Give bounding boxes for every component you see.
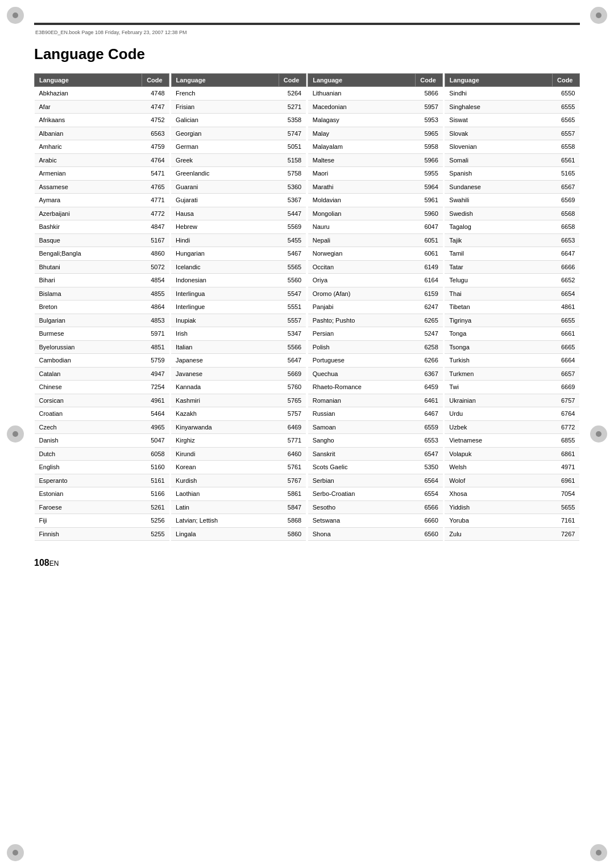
table-row: Shona6560 xyxy=(308,527,443,541)
language-code: 5165 xyxy=(552,167,579,181)
language-name: Afrikaans xyxy=(35,114,142,127)
language-name: Indonesian xyxy=(171,274,279,287)
table-row: Greek5158 xyxy=(171,153,306,167)
language-code: 6655 xyxy=(552,314,579,327)
table-row: Hungarian5467 xyxy=(171,247,306,261)
table-row: Oromo (Afan)6159 xyxy=(308,287,443,301)
table-row: Kurdish5767 xyxy=(171,474,306,487)
page: E3B90ED_EN.book Page 108 Friday, Februar… xyxy=(0,0,614,868)
table-row: Siswat6565 xyxy=(445,114,579,127)
language-code: 6772 xyxy=(552,420,579,434)
language-name: Nauru xyxy=(308,220,416,234)
language-code: 4961 xyxy=(142,394,169,407)
table-row: Esperanto5161 xyxy=(35,474,169,487)
language-name: Persian xyxy=(308,327,416,341)
language-name: Aymara xyxy=(35,194,142,207)
language-name: Malayalam xyxy=(308,140,416,154)
language-name: Volapuk xyxy=(445,447,552,461)
language-name: Dutch xyxy=(35,447,142,461)
language-code: 5566 xyxy=(279,340,306,354)
language-name: Twi xyxy=(445,381,552,394)
language-name: Uzbek xyxy=(445,420,552,434)
language-name: Scots Gaelic xyxy=(308,461,416,474)
language-name: Javanese xyxy=(171,367,279,381)
language-code: 5771 xyxy=(279,434,306,448)
table-row: Bulgarian4853 xyxy=(35,314,169,327)
table-row: Maltese5966 xyxy=(308,153,443,167)
language-name: Cambodian xyxy=(35,354,142,368)
language-code: 6563 xyxy=(142,127,169,140)
language-name: Somali xyxy=(445,153,552,167)
table-row: Swedish6568 xyxy=(445,207,579,220)
table-row: Turkish6664 xyxy=(445,354,579,368)
language-code: 5757 xyxy=(279,407,306,421)
table-row: Afrikaans4752 xyxy=(35,114,169,127)
language-code: 6757 xyxy=(552,394,579,407)
language-name: Quechua xyxy=(308,367,416,381)
table-row: Mongolian5960 xyxy=(308,207,443,220)
table-row: Tagalog6658 xyxy=(445,220,579,234)
language-code: 4764 xyxy=(142,153,169,167)
language-code: 5256 xyxy=(142,514,169,528)
table-row: Macedonian5957 xyxy=(308,100,443,114)
language-code: 6557 xyxy=(552,127,579,140)
table-row: Oriya6164 xyxy=(308,274,443,287)
table-row: Icelandic5565 xyxy=(171,260,306,274)
language-code: 6652 xyxy=(552,274,579,287)
table-row: Korean5761 xyxy=(171,461,306,474)
table-row: Sesotho6566 xyxy=(308,500,443,514)
table-row: Yoruba7161 xyxy=(445,514,579,528)
language-code: 5551 xyxy=(279,301,306,314)
table-row: Abkhazian4748 xyxy=(35,87,169,101)
language-name: Tsonga xyxy=(445,340,552,354)
language-name: Tagalog xyxy=(445,220,552,234)
language-code: 6567 xyxy=(552,180,579,194)
language-code: 5747 xyxy=(279,127,306,140)
language-code: 7161 xyxy=(552,514,579,528)
table-row: Zulu7267 xyxy=(445,527,579,541)
language-name: Greenlandic xyxy=(171,167,279,181)
table-row: Thai6654 xyxy=(445,287,579,301)
table-row: Ukrainian6757 xyxy=(445,394,579,407)
table-row: Afar4747 xyxy=(35,100,169,114)
top-bar xyxy=(34,23,580,25)
language-code: 5866 xyxy=(416,87,443,101)
language-code: 6660 xyxy=(416,514,443,528)
language-code: 4771 xyxy=(142,194,169,207)
language-name: Czech xyxy=(35,420,142,434)
language-code: 6047 xyxy=(416,220,443,234)
language-name: Interlingue xyxy=(171,301,279,314)
table-row: Telugu6652 xyxy=(445,274,579,287)
language-name: Tigrinya xyxy=(445,314,552,327)
language-name: Tibetan xyxy=(445,301,552,314)
language-name: Latvian; Lettish xyxy=(171,514,279,528)
language-name: Amharic xyxy=(35,140,142,154)
language-name: Marathi xyxy=(308,180,416,194)
corner-decoration-ml xyxy=(7,425,24,443)
language-code: 4971 xyxy=(552,461,579,474)
language-name: Malagasy xyxy=(308,114,416,127)
language-code: 5347 xyxy=(279,327,306,341)
table-row: Interlingue5551 xyxy=(171,301,306,314)
language-code: 5868 xyxy=(279,514,306,528)
language-name: Bashkir xyxy=(35,220,142,234)
table-row: Scots Gaelic5350 xyxy=(308,461,443,474)
language-name: Macedonian xyxy=(308,100,416,114)
language-code: 5861 xyxy=(279,487,306,501)
table-row: Norwegian6061 xyxy=(308,247,443,261)
col3-lang-header: Language xyxy=(308,74,416,87)
language-code: 5765 xyxy=(279,394,306,407)
language-name: Icelandic xyxy=(171,260,279,274)
language-name: Siswat xyxy=(445,114,552,127)
language-name: Norwegian xyxy=(308,247,416,261)
language-code: 6664 xyxy=(552,354,579,368)
language-name: Esperanto xyxy=(35,474,142,487)
table-row: Faroese5261 xyxy=(35,500,169,514)
language-name: Polish xyxy=(308,340,416,354)
language-name: Georgian xyxy=(171,127,279,140)
table-row: Laothian5861 xyxy=(171,487,306,501)
table-row: Italian5566 xyxy=(171,340,306,354)
table-row: Georgian5747 xyxy=(171,127,306,140)
language-name: Guarani xyxy=(171,180,279,194)
language-name: Hausa xyxy=(171,207,279,220)
